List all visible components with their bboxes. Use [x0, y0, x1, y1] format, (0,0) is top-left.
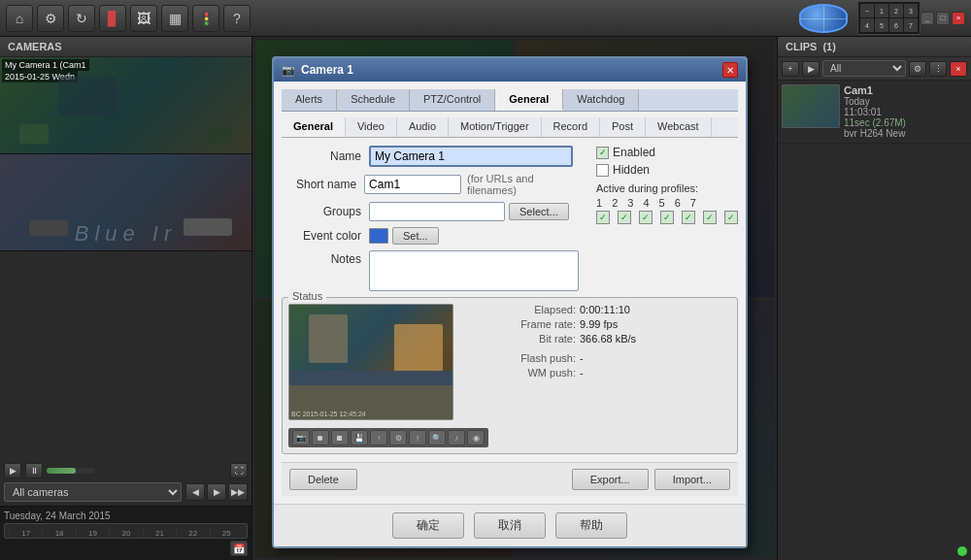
camera-select-dropdown[interactable]: All cameras — [4, 482, 182, 502]
profile-check-3[interactable]: ✓ — [639, 211, 653, 224]
timeline-bar[interactable]: 17 18 19 20 21 22 25 — [4, 523, 248, 539]
inner-tab-video[interactable]: Video — [346, 117, 397, 137]
profile-check-5[interactable]: ✓ — [682, 211, 695, 224]
tab-general-outer[interactable]: General — [495, 89, 563, 111]
clips-count: (1) — [822, 41, 835, 52]
delete-button[interactable]: Delete — [289, 469, 357, 490]
inner-tab-post[interactable]: Post — [600, 117, 646, 137]
volume-slider[interactable] — [47, 468, 95, 474]
select-button[interactable]: Select... — [509, 203, 569, 220]
outer-tabs: Alerts Schedule PTZ/Control General Watc… — [282, 89, 738, 112]
profile-check-7[interactable]: ✓ — [724, 211, 738, 224]
toolbar-icon-home[interactable]: ⌂ — [6, 5, 33, 32]
import-button[interactable]: Import... — [654, 469, 730, 490]
tick-21: 21 — [143, 529, 176, 538]
toolbar-icon-light[interactable]: 🚦 — [192, 5, 219, 32]
inner-tab-motion[interactable]: Motion/Trigger — [449, 117, 542, 137]
dialog-close-button[interactable]: ✕ — [722, 62, 738, 78]
fullscreen-button[interactable]: ⛶ — [230, 463, 248, 478]
clips-toolbar: + ▶ All ⚙ ⋮ × — [778, 57, 971, 81]
status-indicator — [957, 546, 967, 556]
clips-settings-button[interactable]: ⚙ — [909, 61, 926, 77]
clips-close-button[interactable]: × — [950, 61, 967, 77]
dialog-titlebar: 📷 Camera 1 ✕ — [274, 58, 746, 82]
inner-tab-webcast[interactable]: Webcast — [646, 117, 712, 137]
clip-item[interactable]: Cam1 Today 11:03:01 11sec (2.67M) bvr H2… — [778, 81, 971, 144]
clip-format: bvr H264 New — [844, 128, 967, 139]
status-icon-upload[interactable]: ↑ — [370, 430, 387, 445]
status-icon-settings[interactable]: ⚙ — [389, 430, 407, 445]
preview-overlay-text: BC 2015-01-25 12:45:24 — [291, 411, 366, 417]
tab-schedule[interactable]: Schedule — [337, 89, 410, 111]
status-icon-record[interactable]: ⏺ — [312, 430, 329, 445]
name-input[interactable] — [369, 146, 573, 167]
clips-header: CLIPS (1) — [778, 37, 971, 57]
status-icon-camera[interactable]: 📷 — [292, 430, 310, 445]
clips-play-button[interactable]: ▶ — [802, 61, 820, 77]
dialog-title-icon: 📷 — [282, 64, 295, 77]
bit-rate-value: 366.68 kB/s — [580, 333, 636, 345]
globe-area — [799, 4, 848, 33]
export-button[interactable]: Export... — [572, 469, 649, 490]
status-icon-zoom[interactable]: 🔍 — [428, 430, 446, 445]
tick-19: 19 — [76, 529, 109, 538]
inner-tab-general[interactable]: General — [282, 117, 346, 137]
elapsed-label: Elapsed: — [498, 304, 576, 315]
groups-input[interactable] — [369, 202, 505, 221]
event-color-row: Event color Set... — [282, 227, 579, 245]
status-icon-save[interactable]: 💾 — [351, 430, 368, 445]
pause-button[interactable]: ⏸ — [25, 463, 43, 478]
toolbar-icon-video[interactable]: ▦ — [161, 5, 188, 32]
color-swatch[interactable] — [369, 228, 388, 244]
cancel-button[interactable]: 取消 — [474, 512, 546, 539]
clip-thumb-image — [783, 85, 839, 127]
profile-check-4[interactable]: ✓ — [660, 211, 674, 224]
toolbar-icon-help[interactable]: ? — [223, 5, 251, 32]
name-label: Name — [282, 149, 369, 163]
nav-next-button[interactable]: ▶▶ — [228, 483, 248, 501]
camera-thumb-2[interactable]: Blue Ir — [0, 154, 251, 251]
profile-check-2[interactable]: ✓ — [618, 211, 631, 224]
clips-grid-button[interactable]: ⋮ — [929, 61, 947, 77]
status-icon-broadcast[interactable]: ◉ — [467, 430, 485, 445]
nav-play-button[interactable]: ▶ — [207, 483, 226, 501]
toolbar-icon-chart[interactable]: ▊ — [99, 5, 126, 32]
toolbar-icon-refresh[interactable]: ↻ — [68, 5, 95, 32]
play-button[interactable]: ▶ — [4, 463, 21, 478]
clips-filter-dropdown[interactable]: All — [822, 60, 906, 77]
hidden-label: Hidden — [613, 163, 650, 177]
hidden-checkbox[interactable] — [596, 164, 609, 177]
enabled-checkbox[interactable]: ✓ — [596, 147, 609, 159]
tab-watchdog[interactable]: Watchdog — [563, 89, 639, 111]
nav-prev-button[interactable]: ◀ — [185, 483, 205, 501]
set-color-button[interactable]: Set... — [392, 227, 439, 245]
groups-row: Groups Select... — [282, 202, 579, 221]
profile-check-1[interactable]: ✓ — [596, 211, 610, 224]
toolbar-icon-image[interactable]: 🖼 — [130, 5, 157, 32]
flash-push-value: - — [580, 352, 584, 364]
toolbar-icon-settings[interactable]: ⚙ — [37, 5, 64, 32]
status-icon-stop[interactable]: ⏹ — [331, 430, 349, 445]
inner-tab-audio[interactable]: Audio — [397, 117, 449, 137]
notes-input[interactable] — [369, 250, 579, 291]
clips-scroll[interactable]: Cam1 Today 11:03:01 11sec (2.67M) bvr H2… — [778, 81, 971, 543]
clips-add-button[interactable]: + — [782, 61, 799, 77]
status-icon-audio[interactable]: ♪ — [448, 430, 465, 445]
close-button[interactable]: × — [952, 12, 965, 25]
tab-alerts[interactable]: Alerts — [282, 89, 337, 111]
confirm-button[interactable]: 确定 — [392, 512, 464, 539]
name-row: Name — [282, 146, 579, 167]
status-icon-alert[interactable]: ! — [409, 430, 426, 445]
tab-ptz[interactable]: PTZ/Control — [410, 89, 495, 111]
maximize-button[interactable]: □ — [936, 12, 950, 25]
help-button[interactable]: 帮助 — [555, 512, 627, 539]
profile-check-6[interactable]: ✓ — [703, 211, 717, 224]
short-name-input[interactable] — [364, 175, 461, 194]
clip-duration: 11sec (2.67M) — [844, 117, 967, 128]
camera-thumb-1[interactable]: My Camera 1 (Cam1 2015-01-25 Wedn — [0, 57, 251, 154]
wm-push-row: WM push: - — [498, 367, 731, 379]
calendar-button[interactable]: 📅 — [230, 541, 248, 556]
minimize-button[interactable]: _ — [921, 12, 934, 25]
inner-tab-record[interactable]: Record — [542, 117, 600, 137]
status-section: Status — [282, 297, 738, 454]
